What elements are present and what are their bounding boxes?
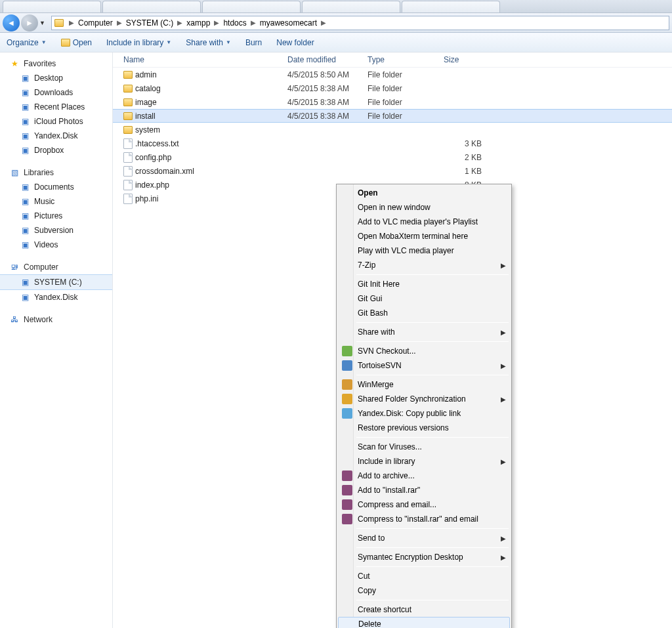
browser-tab[interactable]: [102, 1, 201, 12]
breadcrumb-segment[interactable]: Computer: [77, 17, 114, 29]
toolbar-label: New folder: [276, 38, 314, 47]
file-icon: [123, 152, 133, 163]
file-row[interactable]: .htaccess.txt3 KB: [113, 136, 672, 150]
context-menu-item[interactable]: Copy: [338, 583, 510, 598]
context-menu-item[interactable]: 7-Zip▶: [338, 258, 510, 272]
column-header-type[interactable]: Type: [368, 55, 444, 64]
toolbar-share-with[interactable]: Share with▼: [186, 38, 231, 47]
sidebar-group-favorites[interactable]: ★ Favorites: [0, 56, 112, 71]
column-header-size[interactable]: Size: [444, 55, 490, 64]
toolbar-open[interactable]: Open: [61, 38, 92, 47]
sidebar-item[interactable]: ▣SYSTEM (C:): [0, 274, 112, 290]
browser-tab[interactable]: [3, 1, 101, 12]
context-menu-separator: [356, 274, 509, 275]
sidebar-item[interactable]: ▣Yandex.Disk: [0, 129, 112, 143]
context-menu-item-label: Copy: [355, 586, 506, 595]
context-menu-item-label: Git Init Here: [355, 280, 506, 289]
file-row[interactable]: system: [113, 123, 672, 136]
nav-back-button[interactable]: ◄: [3, 14, 20, 31]
sidebar-item[interactable]: ▣Recent Places: [0, 100, 112, 114]
file-row[interactable]: config.php2 KB: [113, 150, 672, 164]
context-menu-item-label: Share with: [355, 327, 501, 337]
context-menu-separator: [356, 437, 509, 438]
context-menu-item-icon: [339, 512, 355, 526]
sidebar-item[interactable]: ▣Desktop: [0, 71, 112, 85]
sidebar-item[interactable]: ▣iCloud Photos: [0, 114, 112, 129]
toolbar-burn[interactable]: Burn: [245, 38, 262, 47]
context-menu-item[interactable]: Git Init Here: [338, 277, 510, 291]
context-menu-item[interactable]: TortoiseSVN▶: [338, 358, 510, 373]
nav-history-dropdown[interactable]: ▼: [39, 20, 47, 26]
context-menu-item[interactable]: Symantec Encryption Desktop▶: [338, 550, 510, 564]
context-menu-item[interactable]: Restore previous versions: [338, 421, 510, 435]
context-menu-item[interactable]: Compress and email...: [338, 497, 510, 512]
sidebar-group-computer[interactable]: 🖳 Computer: [0, 260, 112, 274]
column-header-date[interactable]: Date modified: [287, 55, 368, 64]
context-menu-item[interactable]: Share with▶: [338, 325, 510, 339]
context-menu-item[interactable]: Add to archive...: [338, 469, 510, 483]
sidebar-item[interactable]: ▣Documents: [0, 180, 112, 194]
sidebar-item[interactable]: ▣Dropbox: [0, 143, 112, 157]
context-menu-item[interactable]: Shared Folder Synchronization▶: [338, 392, 510, 406]
sidebar-item[interactable]: ▣Music: [0, 194, 112, 209]
breadcrumb[interactable]: ▶ Computer ▶ SYSTEM (C:) ▶ xampp ▶ htdoc…: [51, 16, 669, 30]
context-menu-item[interactable]: Cut: [338, 569, 510, 583]
context-menu-item[interactable]: Yandex.Disk: Copy public link: [338, 406, 510, 421]
sidebar-item[interactable]: ▣Yandex.Disk: [0, 290, 112, 304]
context-menu-item[interactable]: SVN Checkout...: [338, 344, 510, 358]
nav-forward-button[interactable]: ►: [21, 14, 38, 31]
item-icon: ▣: [20, 102, 30, 112]
context-menu-item[interactable]: Open in new window: [338, 200, 510, 215]
breadcrumb-segment[interactable]: xampp: [185, 17, 211, 29]
browser-tab[interactable]: [202, 1, 301, 12]
breadcrumb-segment[interactable]: myawesomecart: [259, 17, 318, 29]
folder-icon: [123, 71, 133, 79]
context-menu-item[interactable]: Play with VLC media player: [338, 243, 510, 258]
context-menu-item[interactable]: Create shortcut: [338, 602, 510, 617]
browser-tab[interactable]: [302, 1, 400, 12]
sidebar-item[interactable]: ▣Subversion: [0, 223, 112, 238]
context-menu-item[interactable]: Open: [338, 186, 510, 200]
context-menu-item-icon: [339, 440, 355, 454]
context-menu-item-icon: [339, 569, 355, 583]
toolbar-organize[interactable]: Organize▼: [7, 38, 47, 47]
context-menu-item[interactable]: Compress to "install.rar" and email: [338, 512, 510, 526]
context-menu-item[interactable]: Send to▶: [338, 531, 510, 545]
context-menu-item[interactable]: Add to VLC media player's Playlist: [338, 215, 510, 229]
sidebar-item-label: Downloads: [34, 87, 73, 98]
sidebar-item[interactable]: ▣Videos: [0, 238, 112, 252]
context-menu-item[interactable]: Include in library▶: [338, 454, 510, 469]
file-row[interactable]: install4/5/2015 8:38 AMFile folder: [113, 109, 672, 123]
context-menu-item[interactable]: Git Gui: [338, 291, 510, 306]
context-menu-item-label: Cut: [355, 572, 506, 581]
context-menu-item[interactable]: Add to "install.rar": [338, 483, 510, 497]
sidebar-item[interactable]: ▣Downloads: [0, 85, 112, 100]
sidebar-group-network[interactable]: 🖧 Network: [0, 312, 112, 327]
sidebar-group-libraries[interactable]: ▧ Libraries: [0, 165, 112, 180]
file-date: 4/5/2015 8:38 AM: [287, 112, 368, 121]
sidebar-group-label: Network: [24, 315, 52, 324]
toolbar-new-folder[interactable]: New folder: [276, 38, 314, 47]
submenu-arrow-icon: ▶: [501, 362, 506, 369]
chevron-right-icon: ▶: [251, 19, 256, 26]
file-row[interactable]: admin4/5/2015 8:50 AMFile folder: [113, 68, 672, 81]
context-menu-item-icon: [339, 421, 355, 435]
context-menu-item[interactable]: Delete: [338, 617, 510, 628]
context-menu-item[interactable]: Scan for Viruses...: [338, 440, 510, 454]
breadcrumb-segment[interactable]: SYSTEM (C:): [125, 17, 175, 29]
file-name: image: [135, 98, 157, 107]
context-menu-item[interactable]: Git Bash: [338, 306, 510, 320]
browser-tab[interactable]: [402, 1, 500, 12]
context-menu-item[interactable]: WinMerge: [338, 377, 510, 392]
file-row[interactable]: image4/5/2015 8:38 AMFile folder: [113, 95, 672, 109]
toolbar-include-in-library[interactable]: Include in library▼: [106, 38, 171, 47]
file-row[interactable]: crossdomain.xml1 KB: [113, 164, 672, 178]
context-menu-item[interactable]: Open MobaXterm terminal here: [338, 229, 510, 243]
context-menu-item-icon: [339, 325, 355, 339]
file-row[interactable]: catalog4/5/2015 8:38 AMFile folder: [113, 81, 672, 95]
column-header-name[interactable]: Name: [123, 55, 287, 64]
submenu-arrow-icon: ▶: [501, 329, 506, 336]
sidebar-item[interactable]: ▣Pictures: [0, 209, 112, 223]
item-icon: ▣: [20, 196, 30, 207]
breadcrumb-segment[interactable]: htdocs: [222, 17, 247, 29]
